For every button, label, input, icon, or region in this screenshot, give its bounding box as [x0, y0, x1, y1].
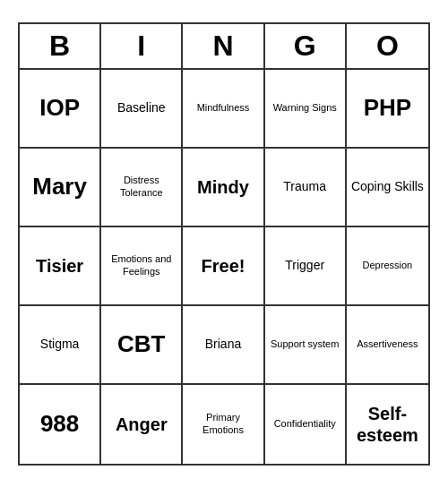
bingo-cell: CBT [101, 306, 183, 385]
bingo-cell: Mary [20, 149, 101, 227]
cell-text: Free! [202, 255, 246, 277]
cell-text: Confidentiality [274, 418, 336, 430]
cell-text: Self-esteem [350, 403, 425, 446]
cell-text: CBT [117, 330, 165, 358]
bingo-cell: Support system [265, 306, 347, 385]
bingo-cell: Free! [183, 227, 264, 306]
cell-text: Warning Signs [273, 102, 337, 114]
bingo-cell: Mindfulness [183, 70, 264, 149]
cell-text: Mary [32, 173, 87, 201]
bingo-cell: Tisier [20, 227, 101, 306]
cell-text: Trauma [283, 179, 326, 194]
cell-text: Mindfulness [197, 102, 250, 114]
bingo-cell: IOP [20, 70, 101, 149]
bingo-cell: Assertiveness [347, 306, 428, 385]
bingo-cell: Anger [101, 385, 183, 464]
header-letter: O [347, 24, 428, 68]
header-letter: B [20, 24, 101, 68]
bingo-grid: IOPBaselineMindfulnessWarning SignsPHPMa… [20, 70, 428, 464]
cell-text: Coping Skills [351, 179, 424, 194]
bingo-header: BINGO [20, 24, 428, 70]
cell-text: Trigger [285, 258, 324, 273]
bingo-cell: Mindy [183, 149, 264, 227]
bingo-cell: Briana [183, 306, 264, 385]
bingo-cell: Trigger [265, 227, 347, 306]
bingo-cell: PHP [347, 70, 428, 149]
cell-text: Depression [363, 260, 413, 271]
header-letter: I [101, 24, 183, 68]
bingo-cell: Self-esteem [347, 385, 428, 464]
bingo-cell: 988 [20, 385, 101, 464]
cell-text: Briana [205, 337, 241, 352]
cell-text: 988 [40, 410, 79, 438]
bingo-cell: Confidentiality [265, 385, 347, 464]
bingo-cell: Coping Skills [347, 149, 428, 227]
cell-text: Primary Emotions [186, 412, 259, 435]
bingo-cell: Stigma [20, 306, 101, 385]
cell-text: Assertiveness [357, 338, 418, 350]
bingo-cell: Depression [347, 227, 428, 306]
cell-text: PHP [364, 94, 411, 122]
header-letter: G [265, 24, 347, 68]
header-letter: N [183, 24, 264, 68]
cell-text: IOP [39, 94, 80, 122]
bingo-cell: Distress Tolerance [101, 149, 183, 227]
cell-text: Anger [116, 414, 168, 435]
cell-text: Tisier [36, 255, 83, 277]
bingo-cell: Warning Signs [265, 70, 347, 149]
cell-text: Emotions and Feelings [105, 253, 177, 277]
bingo-cell: Primary Emotions [183, 385, 264, 464]
cell-text: Support system [271, 338, 339, 350]
bingo-cell: Emotions and Feelings [101, 227, 183, 306]
cell-text: Mindy [197, 176, 249, 198]
cell-text: Stigma [40, 337, 80, 352]
bingo-card: BINGO IOPBaselineMindfulnessWarning Sign… [18, 22, 430, 466]
bingo-cell: Baseline [101, 70, 183, 149]
cell-text: Baseline [117, 100, 166, 115]
cell-text: Distress Tolerance [105, 175, 177, 198]
bingo-cell: Trauma [265, 149, 347, 227]
